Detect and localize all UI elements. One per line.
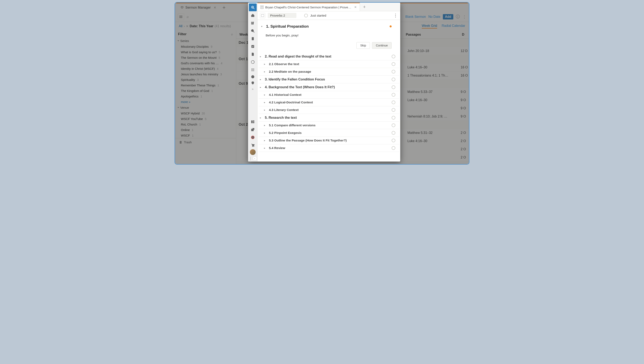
blank-sermon-link[interactable]: Blank Sermon xyxy=(405,15,426,19)
cart-icon[interactable] xyxy=(249,142,257,149)
close-icon[interactable]: ✕ xyxy=(354,5,357,9)
step-row[interactable]: ▸4.2 Logical-Doctrinal Context xyxy=(259,99,399,106)
apps-icon[interactable] xyxy=(249,66,257,74)
step-radio-icon[interactable] xyxy=(392,146,395,150)
step-radio-icon[interactable] xyxy=(392,62,395,66)
svg-point-20 xyxy=(251,70,252,70)
step-row[interactable]: ▸5. Research the text xyxy=(259,114,399,122)
step-radio-icon[interactable] xyxy=(392,108,395,112)
search-icon[interactable]: ⌕ xyxy=(231,32,233,36)
history-icon[interactable] xyxy=(249,74,257,80)
sidebar-item[interactable]: Identity in Christ (WSCF)4 xyxy=(175,66,236,72)
col-passages[interactable]: Passages xyxy=(406,33,459,36)
doc-icon[interactable] xyxy=(249,50,257,58)
bible-icon[interactable] xyxy=(249,35,257,42)
shield-icon[interactable] xyxy=(249,80,257,86)
sidebar-item[interactable]: RoL Church1 xyxy=(175,122,236,127)
step-title: 5.3 Outline the Passage (How Does It Fit… xyxy=(269,138,347,142)
group-venue[interactable]: Venue xyxy=(175,104,236,110)
sidebar-item[interactable]: WSCF Hybrid20 xyxy=(175,110,236,116)
view-radial[interactable]: Radial Calendar xyxy=(442,24,465,28)
passage-input[interactable]: Proverbs 2 xyxy=(268,13,296,18)
trash-item[interactable]: 🗑 Trash xyxy=(175,138,236,146)
sidebar-item[interactable]: Online1 xyxy=(175,127,236,133)
sidebar-item[interactable]: WSCF1 xyxy=(175,133,236,138)
kebab-icon[interactable]: ⋮ xyxy=(393,13,398,18)
no-date-link[interactable]: No Date xyxy=(428,15,440,19)
step-radio-icon[interactable] xyxy=(392,131,395,135)
step-radio-icon[interactable] xyxy=(392,138,395,142)
info-icon[interactable]: ⓘ xyxy=(456,14,460,20)
avatar[interactable] xyxy=(250,149,256,155)
view-grid[interactable]: Week Grid xyxy=(422,24,437,28)
step-row[interactable]: ▸2.2 Meditate on the passage xyxy=(259,68,399,76)
list-icon[interactable] xyxy=(260,13,265,18)
library-icon[interactable] xyxy=(249,20,257,27)
layout-icon[interactable] xyxy=(249,118,257,126)
kebab-icon[interactable]: ⋮ xyxy=(249,156,252,161)
search-icon[interactable]: ⌕ xyxy=(187,14,189,19)
date-row[interactable]: Sep 2 xyxy=(236,162,469,164)
step-row[interactable]: ▸2. Read and digest the thought of the t… xyxy=(259,52,399,60)
sidebar-item[interactable]: Spirituality3 xyxy=(175,77,236,82)
step-radio-icon[interactable] xyxy=(392,93,395,97)
home-icon[interactable] xyxy=(249,12,257,19)
sidebar-item[interactable]: Jesus launches his ministry3 xyxy=(175,72,236,77)
step-radio-icon[interactable] xyxy=(392,78,395,81)
step-row[interactable]: ▸3. Identify the Fallen Condition Focus xyxy=(259,76,399,83)
step-row[interactable]: ▸4. Background the Text (Where Does It F… xyxy=(259,83,399,91)
breadcrumb-all[interactable]: All xyxy=(179,24,183,28)
new-tab-button[interactable]: + xyxy=(360,4,369,10)
step-radio-icon[interactable] xyxy=(392,116,395,120)
step-row[interactable]: ▸4.1 Historical Context xyxy=(259,91,399,99)
step-row[interactable]: ▸5.4 Review xyxy=(259,144,399,152)
menu-button[interactable] xyxy=(178,14,184,20)
step-radio-icon[interactable] xyxy=(392,85,395,89)
chevron-right-icon: ▸ xyxy=(264,63,267,66)
sidebar-item[interactable]: What is God saying to us?5 xyxy=(175,49,236,55)
sidebar-item[interactable]: WSCF YouTube5 xyxy=(175,116,236,122)
sidebar-item[interactable]: Missionary Disciples9 xyxy=(175,44,236,49)
more-link[interactable]: more » xyxy=(175,99,236,104)
step-row[interactable]: ▸5.3 Outline the Passage (How Does It Fi… xyxy=(259,137,399,144)
breadcrumb-results: (41 results) xyxy=(215,24,231,28)
search-icon[interactable] xyxy=(249,27,257,34)
step-radio-icon[interactable] xyxy=(392,124,395,127)
check-icon[interactable] xyxy=(249,43,257,50)
group-series[interactable]: Series xyxy=(175,38,236,44)
step-title: 5.4 Review xyxy=(269,146,285,150)
breadcrumb-filter[interactable]: Date: This Year xyxy=(190,24,213,28)
add-button[interactable]: Add xyxy=(443,14,453,20)
skip-button[interactable]: Skip xyxy=(356,42,370,49)
step-radio-icon[interactable] xyxy=(392,100,395,104)
step-title: 4. Background the Text (Where Does It Fi… xyxy=(265,85,335,89)
new-tab-button[interactable]: + xyxy=(220,3,229,12)
explore-icon[interactable] xyxy=(249,58,257,66)
app-logo-icon[interactable] xyxy=(249,4,257,11)
close-icon[interactable]: ✕ xyxy=(214,6,216,10)
bg-tab-sermon-manager[interactable]: Sermon Manager ✕ xyxy=(177,3,220,12)
alert-icon[interactable] xyxy=(249,134,257,141)
sidebar-item[interactable]: Remember These Things1 xyxy=(175,82,236,88)
col-d[interactable]: D xyxy=(459,33,467,36)
step-row[interactable]: ▸4.3 Literary Context xyxy=(259,106,399,114)
svg-rect-29 xyxy=(253,122,254,123)
kebab-icon[interactable]: ⋮ xyxy=(462,14,466,19)
more-icon[interactable]: » xyxy=(249,86,257,92)
step-radio-icon[interactable] xyxy=(392,55,395,58)
sidebar-item[interactable]: The Sermon on the Mount5 xyxy=(175,55,236,60)
sidebar-item[interactable]: Apologethics1 xyxy=(175,94,236,99)
status-radio-icon xyxy=(304,14,308,18)
sidebar-item[interactable]: God's covenants with his …4 xyxy=(175,60,236,66)
continue-button[interactable]: Continue xyxy=(372,42,392,49)
popout-icon[interactable] xyxy=(249,126,257,133)
step-row[interactable]: ▸5.2 Pinpoint Exegesis xyxy=(259,129,399,137)
step-radio-icon[interactable] xyxy=(392,70,395,74)
modal-tab[interactable]: Bryan Chapell's Christ-Centered Sermon P… xyxy=(258,3,360,11)
step-title: 2.1 Observe the text xyxy=(269,62,299,66)
chevron-down-icon[interactable]: ▾ xyxy=(261,25,264,28)
chevron-right-icon[interactable]: › xyxy=(253,156,257,160)
step-row[interactable]: ▸5.1 Compare different versions xyxy=(259,122,399,129)
sidebar-item[interactable]: The Kingdom of God1 xyxy=(175,88,236,94)
step-row[interactable]: ▸2.1 Observe the text xyxy=(259,60,399,68)
